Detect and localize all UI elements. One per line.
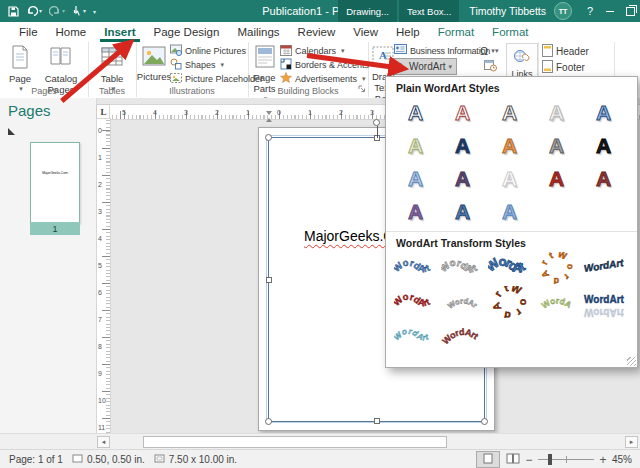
transform-wordart-style-11[interactable]: WordArt bbox=[392, 319, 439, 353]
wordart-button[interactable]: A WordArt bbox=[390, 58, 457, 75]
transform-wordart-style-3[interactable]: WordArt bbox=[486, 251, 533, 285]
object-position-status[interactable]: 0.50, 0.50 in. bbox=[72, 454, 145, 465]
tab-help[interactable]: Help bbox=[387, 22, 429, 42]
borders-accents-button[interactable]: Borders & Accents bbox=[280, 58, 378, 71]
collapse-pages-icon[interactable] bbox=[8, 128, 15, 135]
plain-wordart-style-14[interactable]: A bbox=[533, 162, 580, 195]
shapes-button[interactable]: Shapes bbox=[170, 58, 224, 71]
tab-view[interactable]: View bbox=[344, 22, 387, 42]
page-thumbnail[interactable]: MajorGeeks.Com bbox=[30, 142, 80, 224]
zoom-level[interactable]: 45% bbox=[612, 454, 632, 465]
plain-wordart-style-10[interactable]: A bbox=[580, 129, 627, 162]
customize-qat-icon[interactable]: ▾ bbox=[93, 8, 96, 15]
svg-text:WordArt: WordArt bbox=[584, 307, 624, 318]
redo-caret-icon[interactable]: ▾ bbox=[62, 8, 65, 14]
handle-top-left[interactable] bbox=[265, 134, 272, 141]
plain-wordart-style-17[interactable]: A bbox=[439, 195, 486, 228]
contextual-tab-drawing[interactable]: Drawing... bbox=[338, 0, 397, 22]
handle-bottom-right[interactable] bbox=[481, 418, 488, 425]
scroll-left-button[interactable]: ◂ bbox=[97, 436, 110, 448]
zoom-out-button[interactable]: − bbox=[524, 453, 534, 467]
plain-wordart-style-6[interactable]: A bbox=[392, 129, 439, 162]
transform-wordart-style-4[interactable]: WordArt bbox=[533, 251, 580, 285]
plain-wordart-style-18[interactable]: A bbox=[486, 195, 533, 228]
plain-wordart-style-3[interactable]: A bbox=[486, 96, 533, 129]
touch-mode-caret-icon[interactable]: ▾ bbox=[83, 8, 86, 14]
plain-wordart-style-11[interactable]: A bbox=[392, 162, 439, 195]
plain-wordart-style-8[interactable]: A bbox=[486, 129, 533, 162]
plain-wordart-style-9[interactable]: A bbox=[533, 129, 580, 162]
zoom-slider[interactable] bbox=[538, 452, 594, 467]
avatar[interactable]: TT bbox=[554, 2, 572, 20]
account-name[interactable]: Timothy Tibbetts bbox=[461, 5, 554, 17]
calendars-button[interactable]: Calendars bbox=[280, 44, 345, 57]
shapes-label: Shapes bbox=[185, 60, 216, 70]
transform-wordart-style-12[interactable]: WordArt bbox=[439, 319, 486, 353]
scroll-right-button[interactable]: ▸ bbox=[625, 436, 638, 448]
tab-review[interactable]: Review bbox=[289, 22, 345, 42]
tab-page-design[interactable]: Page Design bbox=[145, 22, 229, 42]
header-button[interactable]: Header bbox=[542, 45, 589, 58]
plain-wordart-style-5[interactable]: A bbox=[580, 96, 627, 129]
contextual-tab-text-box[interactable]: Text Box... bbox=[399, 0, 459, 22]
plain-wordart-style-15[interactable]: A bbox=[580, 162, 627, 195]
undo-icon[interactable]: ▾ bbox=[26, 6, 42, 17]
handle-mid-bottom[interactable] bbox=[374, 418, 380, 424]
svg-text:WordArt: WordArt bbox=[535, 286, 574, 310]
transform-wordart-style-9[interactable]: WordArt bbox=[533, 285, 580, 319]
two-page-view-button[interactable] bbox=[502, 452, 524, 467]
page-parts-icon bbox=[255, 45, 275, 71]
transform-wordart-style-10[interactable]: WordArtWordArt bbox=[580, 285, 627, 319]
save-icon[interactable] bbox=[8, 6, 19, 17]
redo-icon[interactable]: ▾ bbox=[49, 6, 65, 17]
plain-wordart-style-7[interactable]: A bbox=[439, 129, 486, 162]
handle-mid-left[interactable] bbox=[266, 277, 272, 283]
rotation-handle[interactable] bbox=[373, 119, 380, 126]
scrollbar-thumb[interactable] bbox=[143, 436, 447, 448]
shapes-icon bbox=[170, 58, 182, 72]
symbol-button[interactable]: Ω bbox=[480, 44, 495, 57]
online-pictures-button[interactable]: Online Pictures bbox=[170, 44, 246, 57]
plain-wordart-style-12[interactable]: A bbox=[439, 162, 486, 195]
resize-grip-icon[interactable] bbox=[627, 357, 636, 366]
transform-wordart-style-1[interactable]: WordArt bbox=[392, 251, 439, 285]
tab-home[interactable]: Home bbox=[47, 22, 96, 42]
help-button[interactable]: ? bbox=[580, 0, 600, 22]
object-size-status[interactable]: 7.50 x 10.00 in. bbox=[154, 454, 237, 465]
transform-wordart-style-2[interactable]: WordArt bbox=[439, 251, 486, 285]
horizontal-scrollbar[interactable]: ◂ ▸ bbox=[0, 433, 640, 450]
plain-wordart-style-1[interactable]: A bbox=[392, 96, 439, 129]
h-ruler-label: 2 bbox=[339, 109, 343, 116]
transform-wordart-style-7[interactable]: WordArt bbox=[439, 285, 486, 319]
page-number-badge[interactable]: 1 bbox=[30, 222, 80, 235]
plain-wordart-style-2[interactable]: A bbox=[439, 96, 486, 129]
undo-caret-icon[interactable]: ▾ bbox=[39, 8, 42, 14]
pictures-button[interactable]: Pictures bbox=[140, 43, 168, 83]
transform-wordart-style-8[interactable]: WordArt bbox=[486, 285, 533, 319]
tab-mailings[interactable]: Mailings bbox=[228, 22, 288, 42]
plain-wordart-style-4[interactable]: A bbox=[533, 96, 580, 129]
minimize-button[interactable] bbox=[600, 0, 620, 22]
touch-mode-icon[interactable]: ▾ bbox=[72, 5, 86, 17]
zoom-slider-handle[interactable] bbox=[548, 454, 552, 465]
transform-wordart-style-6[interactable]: WordArt bbox=[392, 285, 439, 319]
svg-text:WordArt: WordArt bbox=[441, 327, 480, 346]
zoom-in-button[interactable]: + bbox=[598, 453, 608, 467]
wordart-label: WordArt bbox=[409, 61, 446, 72]
plain-wordart-style-13[interactable]: A bbox=[486, 162, 533, 195]
single-page-view-button[interactable] bbox=[476, 451, 500, 468]
plain-wordart-style-16[interactable]: A bbox=[392, 195, 439, 228]
tab-format-9[interactable]: Format bbox=[483, 22, 537, 42]
vertical-ruler[interactable]: 01234567891011 bbox=[96, 118, 111, 435]
handle-bottom-left[interactable] bbox=[265, 418, 272, 425]
advertisements-button[interactable]: Advertisements bbox=[280, 72, 366, 85]
date-time-button[interactable] bbox=[484, 60, 497, 73]
page-count-status[interactable]: Page: 1 of 1 bbox=[9, 454, 63, 465]
restore-button[interactable] bbox=[620, 0, 640, 22]
tab-format-8[interactable]: Format bbox=[429, 22, 483, 42]
dialog-launcher-icon[interactable] bbox=[358, 84, 366, 95]
tab-insert[interactable]: Insert bbox=[95, 22, 144, 42]
transform-wordart-style-5[interactable]: WordArt bbox=[580, 251, 627, 285]
tab-file[interactable]: File bbox=[10, 22, 47, 42]
footer-button[interactable]: Footer bbox=[542, 61, 585, 74]
